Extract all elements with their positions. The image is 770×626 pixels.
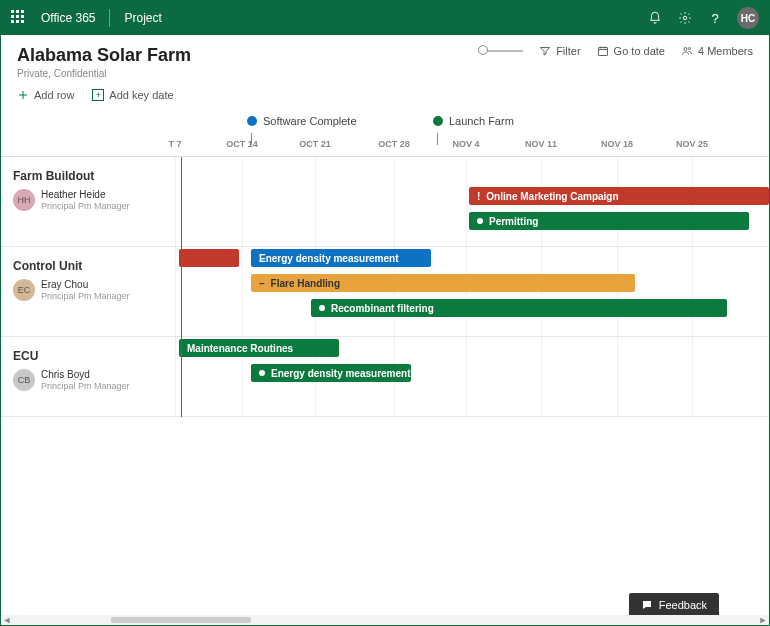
divider bbox=[109, 9, 110, 27]
project-subtitle: Private, Confidential bbox=[17, 68, 191, 79]
task-label: Permitting bbox=[489, 216, 538, 227]
avatar: CB bbox=[13, 369, 35, 391]
status-dot-icon bbox=[319, 305, 325, 311]
feedback-label: Feedback bbox=[659, 599, 707, 611]
goto-date-label: Go to date bbox=[614, 45, 665, 57]
task-label: Energy density measurement bbox=[259, 253, 399, 264]
owner-role: Principal Pm Manager bbox=[41, 201, 130, 212]
task-bar[interactable]: !Online Marketing Campaign bbox=[469, 187, 769, 205]
page-header: Alabama Solar Farm Private, Confidential… bbox=[1, 35, 769, 85]
task-label: Online Marketing Campaign bbox=[486, 191, 618, 202]
owner-name: Eray Chou bbox=[41, 279, 130, 291]
swimlane-header[interactable]: Control Unit EC Eray Chou Principal Pm M… bbox=[1, 247, 171, 314]
axis-tick: NOV 25 bbox=[676, 139, 708, 149]
swimlane-header[interactable]: Farm Buildout HH Heather Heide Principal… bbox=[1, 157, 171, 224]
milestone-label: Launch Farm bbox=[449, 115, 514, 127]
scroll-thumb[interactable] bbox=[111, 617, 251, 623]
task-bar[interactable]: –Flare Handling bbox=[251, 274, 635, 292]
owner-role: Principal Pm Manager bbox=[41, 381, 130, 392]
help-icon[interactable]: ? bbox=[707, 10, 723, 26]
filter-icon bbox=[539, 45, 551, 57]
task-bar[interactable]: Recombinant filtering bbox=[311, 299, 727, 317]
svg-point-3 bbox=[688, 48, 690, 50]
swimlane-title: Control Unit bbox=[13, 259, 163, 273]
task-label: Flare Handling bbox=[271, 278, 340, 289]
swimlane: Control Unit EC Eray Chou Principal Pm M… bbox=[1, 247, 769, 337]
date-axis: T 7OCT 14OCT 21OCT 28NOV 4NOV 11NOV 18NO… bbox=[1, 135, 769, 157]
actions-row: Add row + Add key date bbox=[1, 85, 769, 111]
axis-tick: NOV 11 bbox=[525, 139, 557, 149]
filter-button[interactable]: Filter bbox=[539, 45, 580, 57]
avatar: EC bbox=[13, 279, 35, 301]
alert-icon: ! bbox=[477, 191, 480, 202]
plus-icon bbox=[17, 89, 29, 101]
task-bar[interactable] bbox=[179, 249, 239, 267]
goto-date-button[interactable]: Go to date bbox=[597, 45, 665, 57]
user-avatar[interactable]: HC bbox=[737, 7, 759, 29]
svg-point-0 bbox=[683, 16, 687, 20]
owner-name: Heather Heide bbox=[41, 189, 130, 201]
key-date-icon: + bbox=[92, 89, 104, 101]
scroll-left-icon[interactable]: ◄ bbox=[1, 615, 13, 625]
milestone-dot-icon bbox=[433, 116, 443, 126]
task-bar[interactable]: Permitting bbox=[469, 212, 749, 230]
axis-tick: OCT 14 bbox=[226, 139, 258, 149]
task-label: Maintenance Routines bbox=[187, 343, 293, 354]
add-row-button[interactable]: Add row bbox=[17, 89, 74, 101]
owner-name: Chris Boyd bbox=[41, 369, 130, 381]
zoom-slider[interactable] bbox=[483, 50, 523, 52]
axis-tick: NOV 18 bbox=[601, 139, 633, 149]
horizontal-scrollbar[interactable]: ◄ ► bbox=[1, 615, 769, 625]
milestone[interactable]: Software Complete bbox=[247, 115, 357, 127]
people-icon bbox=[681, 45, 693, 57]
suite-name[interactable]: Office 365 bbox=[41, 11, 95, 25]
project-title: Alabama Solar Farm bbox=[17, 45, 191, 66]
feedback-button[interactable]: Feedback bbox=[629, 593, 719, 617]
axis-tick: OCT 21 bbox=[299, 139, 331, 149]
svg-rect-1 bbox=[598, 48, 607, 56]
suite-header: Office 365 Project ? HC bbox=[1, 1, 769, 35]
chat-icon bbox=[641, 599, 653, 611]
task-label: Recombinant filtering bbox=[331, 303, 434, 314]
calendar-icon bbox=[597, 45, 609, 57]
axis-tick: T 7 bbox=[168, 139, 181, 149]
members-button[interactable]: 4 Members bbox=[681, 45, 753, 57]
collapse-icon: – bbox=[259, 278, 265, 289]
avatar: HH bbox=[13, 189, 35, 211]
timeline: Farm Buildout HH Heather Heide Principal… bbox=[1, 157, 769, 417]
swimlane: ECU CB Chris Boyd Principal Pm Manager M… bbox=[1, 337, 769, 417]
status-dot-icon bbox=[259, 370, 265, 376]
axis-tick: NOV 4 bbox=[452, 139, 479, 149]
swimlane-owner[interactable]: CB Chris Boyd Principal Pm Manager bbox=[13, 369, 163, 392]
add-key-date-button[interactable]: + Add key date bbox=[92, 89, 173, 101]
swimlane-title: ECU bbox=[13, 349, 163, 363]
swimlane: Farm Buildout HH Heather Heide Principal… bbox=[1, 157, 769, 247]
task-bar[interactable]: Maintenance Routines bbox=[179, 339, 339, 357]
add-key-date-label: Add key date bbox=[109, 89, 173, 101]
filter-label: Filter bbox=[556, 45, 580, 57]
task-label: Energy density measurement bbox=[271, 368, 411, 379]
add-row-label: Add row bbox=[34, 89, 74, 101]
task-bar[interactable]: Energy density measurement bbox=[251, 364, 411, 382]
app-name[interactable]: Project bbox=[124, 11, 161, 25]
gear-icon[interactable] bbox=[677, 10, 693, 26]
swimlane-owner[interactable]: EC Eray Chou Principal Pm Manager bbox=[13, 279, 163, 302]
bell-icon[interactable] bbox=[647, 10, 663, 26]
milestone-label: Software Complete bbox=[263, 115, 357, 127]
svg-point-2 bbox=[684, 48, 687, 51]
milestone[interactable]: Launch Farm bbox=[433, 115, 514, 127]
app-launcher-icon[interactable] bbox=[11, 10, 27, 26]
owner-role: Principal Pm Manager bbox=[41, 291, 130, 302]
swimlane-title: Farm Buildout bbox=[13, 169, 163, 183]
scroll-right-icon[interactable]: ► bbox=[757, 615, 769, 625]
milestone-dot-icon bbox=[247, 116, 257, 126]
members-label: 4 Members bbox=[698, 45, 753, 57]
swimlane-owner[interactable]: HH Heather Heide Principal Pm Manager bbox=[13, 189, 163, 212]
today-line bbox=[181, 157, 182, 417]
task-bar[interactable]: Energy density measurement bbox=[251, 249, 431, 267]
axis-tick: OCT 28 bbox=[378, 139, 410, 149]
swimlane-header[interactable]: ECU CB Chris Boyd Principal Pm Manager bbox=[1, 337, 171, 404]
milestone-row: Software Complete Launch Farm bbox=[1, 115, 769, 135]
status-dot-icon bbox=[477, 218, 483, 224]
